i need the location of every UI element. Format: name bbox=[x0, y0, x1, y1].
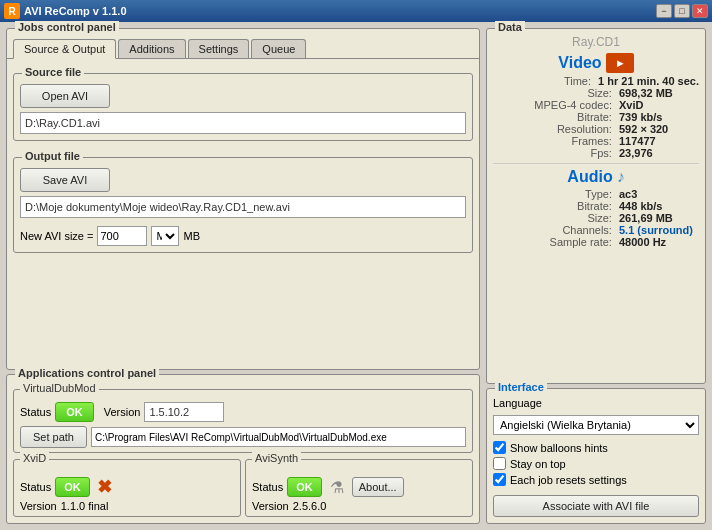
xvid-icon: ✖ bbox=[94, 476, 116, 498]
vdm-title: VirtualDubMod bbox=[20, 382, 99, 394]
language-label: Language bbox=[493, 397, 542, 409]
audio-icon: ♪ bbox=[617, 168, 625, 186]
save-avi-button[interactable]: Save AVI bbox=[20, 168, 110, 192]
output-file-title: Output file bbox=[22, 150, 83, 162]
video-data-table: Time: 1 hr 21 min. 40 sec. Size: 698,32 … bbox=[493, 75, 699, 159]
virtualdubmod-group: VirtualDubMod Status OK Version Set path bbox=[13, 389, 473, 453]
size-label: New AVI size = bbox=[20, 230, 93, 242]
show-balloons-label: Show balloons hints bbox=[510, 442, 608, 454]
about-button[interactable]: About... bbox=[352, 477, 404, 497]
language-row: Language bbox=[493, 397, 699, 409]
audio-data-table: Type: ac3 Bitrate: 448 kb/s Size: 261,69… bbox=[493, 188, 699, 248]
size-input[interactable] bbox=[97, 226, 147, 246]
apps-control-panel: Applications control panel VirtualDubMod… bbox=[6, 374, 480, 524]
avisynth-version-label: Version bbox=[252, 500, 289, 512]
video-icon: ▶ bbox=[606, 53, 634, 73]
language-select[interactable]: Angielski (Wielka Brytania) bbox=[493, 415, 699, 435]
avisynth-status-label: Status bbox=[252, 481, 283, 493]
app-icon: R bbox=[4, 3, 20, 19]
jobs-panel-title: Jobs control panel bbox=[15, 21, 119, 33]
stay-on-top-label: Stay on top bbox=[510, 458, 566, 470]
vdm-status-label: Status bbox=[20, 406, 51, 418]
interface-panel-title: Interface bbox=[495, 381, 547, 393]
xvid-title: XviD bbox=[20, 452, 49, 464]
each-job-resets-row: Each job resets settings bbox=[493, 473, 699, 486]
interface-panel: Interface Language Angielski (Wielka Bry… bbox=[486, 388, 706, 524]
maximize-button[interactable]: □ bbox=[674, 4, 690, 18]
stay-on-top-checkbox[interactable] bbox=[493, 457, 506, 470]
title-bar: R AVI ReComp v 1.1.0 − □ ✕ bbox=[0, 0, 712, 22]
stay-on-top-row: Stay on top bbox=[493, 457, 699, 470]
open-avi-button[interactable]: Open AVI bbox=[20, 84, 110, 108]
jobs-control-panel: Jobs control panel Source & Output Addit… bbox=[6, 28, 480, 370]
show-balloons-checkbox[interactable] bbox=[493, 441, 506, 454]
associate-avi-button[interactable]: Associate with AVI file bbox=[493, 495, 699, 517]
vdm-version-label: Version bbox=[104, 406, 141, 418]
set-path-button[interactable]: Set path bbox=[20, 426, 87, 448]
show-balloons-row: Show balloons hints bbox=[493, 441, 699, 454]
data-panel-title: Data bbox=[495, 21, 525, 33]
tab-source-output[interactable]: Source & Output bbox=[13, 39, 116, 59]
avisynth-status-ok: OK bbox=[287, 477, 322, 497]
tab-queue[interactable]: Queue bbox=[251, 39, 306, 58]
size-unit-label: MB bbox=[183, 230, 200, 242]
tab-settings[interactable]: Settings bbox=[188, 39, 250, 58]
vdm-version-value bbox=[144, 402, 224, 422]
source-file-title: Source file bbox=[22, 66, 84, 78]
source-file-path[interactable] bbox=[20, 112, 466, 134]
close-button[interactable]: ✕ bbox=[692, 4, 708, 18]
data-filename: Ray.CD1 bbox=[493, 35, 699, 49]
avisynth-version-value: 2.5.6.0 bbox=[293, 500, 327, 512]
source-file-group: Source file Open AVI bbox=[13, 73, 473, 141]
each-job-resets-label: Each job resets settings bbox=[510, 474, 627, 486]
minimize-button[interactable]: − bbox=[656, 4, 672, 18]
avisynth-icon: ⚗ bbox=[326, 476, 348, 498]
data-panel: Data Ray.CD1 Video ▶ Time: 1 hr 21 min. … bbox=[486, 28, 706, 384]
vdm-status-ok: OK bbox=[55, 402, 94, 422]
xvid-version-value: 1.1.0 final bbox=[61, 500, 109, 512]
each-job-resets-checkbox[interactable] bbox=[493, 473, 506, 486]
tab-bar: Source & Output Additions Settings Queue bbox=[7, 29, 479, 59]
app-title: AVI ReComp v 1.1.0 bbox=[24, 5, 127, 17]
avisynth-group: AviSynth Status OK ⚗ About... Version 2.… bbox=[245, 459, 473, 517]
avisynth-title: AviSynth bbox=[252, 452, 301, 464]
xvid-group: XviD Status OK ✖ Version 1.1.0 final bbox=[13, 459, 241, 517]
xvid-status-label: Status bbox=[20, 481, 51, 493]
tab-additions[interactable]: Additions bbox=[118, 39, 185, 58]
xvid-version-label: Version bbox=[20, 500, 57, 512]
video-section-title: Video ▶ bbox=[493, 53, 699, 73]
output-file-path[interactable] bbox=[20, 196, 466, 218]
audio-section-title: Audio ♪ bbox=[493, 168, 699, 186]
apps-panel-title: Applications control panel bbox=[15, 367, 159, 379]
xvid-status-ok: OK bbox=[55, 477, 90, 497]
size-unit-dropdown[interactable]: MB bbox=[151, 226, 179, 246]
output-file-group: Output file Save AVI New AVI size = MB M… bbox=[13, 157, 473, 253]
vdm-path-input[interactable] bbox=[91, 427, 466, 447]
